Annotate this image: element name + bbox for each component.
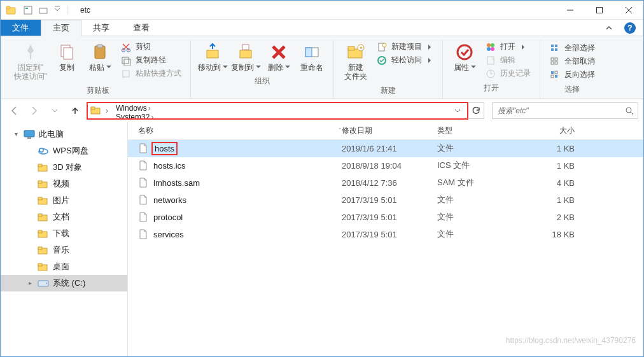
forward-button[interactable] [26, 102, 43, 119]
copy-button[interactable]: 复制 [50, 40, 83, 73]
file-size: 2 KB [526, 213, 584, 222]
easy-access-button[interactable]: 轻松访问 [376, 55, 433, 66]
search-input[interactable] [496, 106, 625, 116]
tab-home[interactable]: 主页 [41, 20, 81, 36]
ribbon-group-open: 属性 打开 编辑 历史记录 打开 [443, 40, 540, 99]
svg-rect-26 [348, 46, 354, 50]
svg-rect-46 [555, 62, 557, 64]
file-type: 文件 [437, 228, 526, 240]
new-item-button[interactable]: 新建项目 [376, 41, 433, 52]
file-icon [138, 178, 148, 188]
file-date: 2019/1/6 21:41 [342, 144, 437, 153]
svg-rect-66 [38, 214, 42, 216]
rename-button[interactable]: 重命名 [295, 40, 328, 73]
file-size: 1 KB [526, 195, 584, 205]
navpane-item[interactable]: WPS网盘 [1, 143, 127, 159]
tab-view[interactable]: 查看 [122, 20, 162, 36]
file-row[interactable]: networks2017/3/19 5:01文件1 KB [128, 192, 643, 209]
ribbon-group-new: ✦ 新建 文件夹 新建项目 轻松访问 新建 [334, 40, 443, 99]
window-title: etc [71, 6, 90, 15]
navpane-item[interactable]: 图片 [1, 192, 127, 209]
search-box[interactable] [492, 102, 638, 119]
file-list[interactable]: hosts2019/1/6 21:41文件1 KBhosts.ics2018/9… [128, 140, 643, 356]
navpane-item-icon [38, 162, 49, 172]
copy-to-button[interactable]: 复制到 [229, 40, 262, 73]
navpane-item[interactable]: ▸系统 (C:) [1, 275, 127, 291]
history-button[interactable]: 历史记录 [485, 68, 531, 79]
close-button[interactable] [614, 1, 643, 20]
svg-point-36 [491, 47, 494, 51]
navpane-this-pc[interactable]: ▾ 此电脑 [1, 126, 127, 143]
navpane-item[interactable]: 文档 [1, 209, 127, 225]
svg-rect-45 [551, 62, 554, 64]
file-date: 2018/4/12 7:36 [342, 178, 437, 188]
qat-new-folder-icon[interactable] [39, 6, 48, 15]
up-button[interactable] [67, 102, 83, 119]
navpane-item[interactable]: 音乐 [1, 242, 127, 258]
address-bar[interactable]: › 此电脑 ›系统 (C:) ›Windows ›System32 ›drive… [87, 102, 468, 119]
svg-point-33 [487, 43, 491, 47]
recent-locations-icon[interactable] [46, 102, 63, 119]
ribbon-group-clipboard: 固定到" 快速访问" 复制 粘贴 剪切 复制路径 粘贴快捷方式 剪贴板 [6, 40, 191, 99]
file-row[interactable]: services2017/3/19 5:01文件18 KB [128, 226, 643, 243]
svg-point-58 [39, 148, 43, 152]
qat-properties-icon[interactable] [24, 6, 32, 15]
navpane-item-icon [38, 262, 49, 272]
svg-rect-14 [97, 45, 102, 48]
file-row[interactable]: protocol2017/3/19 5:01文件2 KB [128, 209, 643, 226]
svg-rect-72 [38, 263, 42, 266]
search-icon[interactable] [625, 106, 634, 115]
tab-file[interactable]: 文件 [1, 20, 41, 36]
svg-rect-24 [305, 48, 312, 57]
select-none-button[interactable]: 全部取消 [549, 56, 595, 67]
svg-point-30 [382, 43, 386, 47]
svg-rect-55 [24, 130, 34, 137]
file-icon [138, 195, 148, 205]
navpane-item[interactable]: 下载 [1, 225, 127, 242]
file-type: 文件 [437, 211, 526, 223]
file-name: protocol [153, 213, 183, 222]
navpane-item-icon [38, 228, 49, 239]
move-to-button[interactable]: 移动到 [196, 40, 229, 73]
file-row[interactable]: hosts.ics2018/9/18 19:04ICS 文件1 KB [128, 157, 643, 174]
navpane-item-icon [38, 179, 49, 189]
file-row[interactable]: lmhosts.sam2018/4/12 7:36SAM 文件4 KB [128, 174, 643, 192]
navpane-item-icon [38, 278, 49, 288]
navpane-item[interactable]: 视频 [1, 176, 127, 192]
maximize-button[interactable] [585, 1, 614, 20]
paste-shortcut-button[interactable]: 粘贴快捷方式 [120, 68, 181, 79]
svg-point-34 [491, 43, 494, 47]
svg-rect-39 [551, 45, 554, 47]
column-headers[interactable]: 名称˄ 修改日期 类型 大小 [128, 122, 643, 140]
pin-quickaccess-button[interactable]: 固定到" 快速访问" [11, 40, 50, 83]
properties-button[interactable]: 属性 [448, 40, 481, 73]
refresh-button[interactable] [468, 102, 484, 119]
folder-icon [6, 5, 16, 15]
edit-button[interactable]: 编辑 [485, 55, 531, 66]
svg-rect-3 [25, 8, 28, 9]
qat-dropdown-icon[interactable] [54, 6, 60, 15]
cut-button[interactable]: 剪切 [120, 41, 181, 52]
copy-path-button[interactable]: 复制路径 [120, 55, 181, 66]
navigation-pane[interactable]: ▾ 此电脑 WPS网盘3D 对象视频图片文档下载音乐桌面▸系统 (C:) [1, 122, 128, 356]
invert-selection-button[interactable]: 反向选择 [549, 69, 595, 80]
collapse-ribbon-icon[interactable] [603, 22, 615, 34]
help-icon[interactable]: ? [624, 22, 636, 34]
open-button[interactable]: 打开 [485, 41, 531, 52]
new-folder-button[interactable]: ✦ 新建 文件夹 [339, 40, 372, 83]
file-row[interactable]: hosts2019/1/6 21:41文件1 KB [128, 140, 643, 157]
svg-point-53 [626, 108, 631, 113]
file-size: 1 KB [526, 161, 584, 171]
paste-button[interactable]: 粘贴 [83, 40, 116, 73]
select-all-button[interactable]: 全部选择 [549, 43, 595, 53]
address-dropdown-icon[interactable] [451, 108, 465, 114]
file-name: networks [153, 195, 186, 205]
minimize-button[interactable] [556, 1, 585, 20]
back-button[interactable] [6, 102, 22, 119]
breadcrumb-segment[interactable]: Windows › [112, 104, 157, 113]
delete-button[interactable]: 删除 [262, 40, 295, 73]
navpane-item[interactable]: 桌面 [1, 258, 127, 275]
tab-share[interactable]: 共享 [81, 20, 122, 36]
breadcrumb-segment[interactable]: System32 › [112, 113, 157, 119]
navpane-item[interactable]: 3D 对象 [1, 159, 127, 176]
